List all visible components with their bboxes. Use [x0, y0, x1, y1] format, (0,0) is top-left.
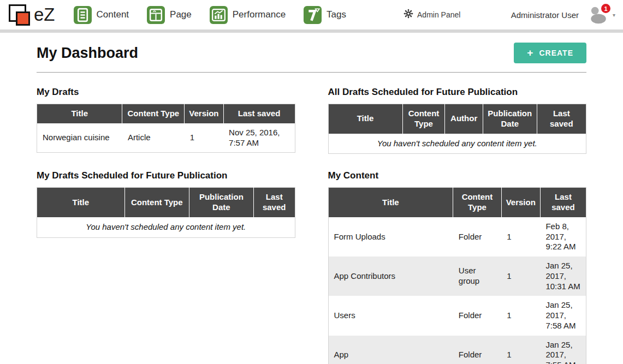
table-cell: Jan 25, 2017, 7:55 AM [540, 336, 586, 364]
column-header: Title [37, 104, 122, 123]
table-row[interactable]: App ContributorsUser group1Jan 25, 2017,… [328, 256, 586, 296]
table-cell: 1 [501, 217, 540, 256]
panel-title-my-drafts: My Drafts [37, 87, 295, 98]
column-header: Publication Date [189, 188, 253, 217]
empty-row: You haven't scheduled any content item y… [37, 217, 295, 237]
gear-icon [404, 9, 413, 21]
table-cell: Form Uploads [328, 217, 453, 256]
ez-logo-icon [8, 2, 33, 27]
table-cell: Jan 25, 2017, 10:31 AM [540, 256, 586, 296]
nav-label-performance: Performance [233, 9, 286, 20]
user-menu[interactable]: Administrator User 1 ▾ [511, 5, 615, 25]
nav-item-content[interactable]: Content [74, 6, 129, 24]
table-cell: Norwegian cuisine [37, 123, 122, 153]
column-header: Content Type [124, 188, 189, 217]
panel-title-my-content: My Content [328, 170, 587, 181]
panel-my-drafts: My Drafts TitleContent TypeVersionLast s… [37, 87, 295, 153]
nav-item-page[interactable]: Page [147, 6, 192, 24]
column-header: Last saved [540, 188, 586, 217]
table-cell: 1 [501, 336, 540, 364]
ez-logo-text: eZ [34, 4, 55, 25]
column-header: Last saved [253, 188, 295, 217]
nav-item-performance[interactable]: Performance [210, 6, 286, 24]
column-header: Content Type [402, 104, 445, 134]
all-drafts-scheduled-table: TitleContent TypeAuthorPublication DateL… [328, 104, 587, 154]
table-row[interactable]: Form UploadsFolder1Feb 8, 2017, 9:22 AM [328, 217, 586, 256]
create-button[interactable]: + CREATE [514, 43, 586, 63]
table-cell: 1 [185, 123, 223, 153]
admin-panel-label: Admin Panel [417, 10, 460, 19]
content-icon [74, 6, 92, 24]
column-header: Last saved [537, 104, 586, 134]
table-cell: 1 [501, 296, 540, 335]
table-row[interactable]: AppFolder1Jan 25, 2017, 7:55 AM [328, 336, 586, 364]
my-drafts-table: TitleContent TypeVersionLast savedNorweg… [37, 104, 295, 153]
table-cell: Jan 25, 2017, 7:58 AM [540, 296, 586, 335]
nav-item-tags[interactable]: Tags [304, 6, 346, 24]
column-header: Publication Date [483, 104, 537, 134]
plus-icon: + [527, 49, 533, 57]
empty-message: You haven't scheduled any content item y… [37, 217, 295, 237]
column-header: Title [37, 188, 125, 217]
column-header: Content Type [453, 188, 501, 217]
nav-label-content: Content [97, 9, 129, 20]
panel-my-drafts-scheduled: My Drafts Scheduled for Future Publicati… [37, 170, 295, 237]
table-row[interactable]: UsersFolder1Jan 25, 2017, 7:58 AM [328, 296, 586, 335]
admin-panel-button[interactable]: Admin Panel [404, 9, 460, 21]
my-drafts-scheduled-table: TitleContent TypePublication DateLast sa… [37, 187, 295, 237]
chevron-down-icon: ▾ [613, 12, 615, 18]
page-icon [147, 6, 165, 24]
panel-all-drafts-scheduled: All Drafts Scheduled for Future Publicat… [328, 87, 587, 154]
panel-title-all-drafts-scheduled: All Drafts Scheduled for Future Publicat… [328, 87, 587, 98]
column-header: Last saved [223, 104, 295, 123]
panel-title-my-drafts-scheduled: My Drafts Scheduled for Future Publicati… [37, 170, 295, 181]
table-cell: Folder [453, 296, 501, 335]
main-nav: Content Page [74, 6, 365, 24]
user-name: Administrator User [511, 10, 579, 20]
table-cell: 1 [501, 256, 540, 296]
empty-message: You haven't scheduled any content item y… [328, 134, 586, 154]
column-header: Content Type [122, 104, 185, 123]
column-header: Version [185, 104, 223, 123]
dashboard-grid: My Drafts TitleContent TypeVersionLast s… [37, 87, 586, 364]
table-cell: Article [122, 123, 185, 153]
column-header: Title [328, 188, 453, 217]
topbar: eZ Content Pa [0, 0, 623, 33]
table-cell: Feb 8, 2017, 9:22 AM [540, 217, 586, 256]
performance-icon [210, 6, 228, 24]
table-row[interactable]: Norwegian cuisineArticle1Nov 25, 2016, 7… [37, 123, 295, 153]
table-cell: Folder [453, 336, 501, 364]
ez-logo[interactable]: eZ [8, 2, 55, 27]
column-header: Author [445, 104, 483, 134]
panel-my-content: My Content TitleContent TypeVersionLast … [328, 170, 587, 364]
table-cell: User group [453, 256, 501, 296]
page-title: My Dashboard [37, 45, 138, 62]
column-header: Version [501, 188, 540, 217]
table-cell: Folder [453, 217, 501, 256]
avatar: 1 [588, 5, 609, 25]
column-header: Title [328, 104, 402, 134]
nav-label-tags: Tags [327, 9, 346, 20]
notification-badge[interactable]: 1 [600, 3, 612, 14]
my-content-table: TitleContent TypeVersionLast savedForm U… [328, 187, 587, 364]
tags-icon [304, 6, 322, 24]
create-button-label: CREATE [539, 49, 573, 57]
nav-label-page: Page [170, 9, 192, 20]
table-cell: App Contributors [328, 256, 453, 296]
page-header: My Dashboard + CREATE [37, 33, 586, 73]
table-cell: Users [328, 296, 453, 335]
main-content: My Dashboard + CREATE My Drafts TitleCon… [0, 33, 623, 364]
table-cell: App [328, 336, 453, 364]
table-cell: Nov 25, 2016, 7:57 AM [223, 123, 295, 153]
empty-row: You haven't scheduled any content item y… [328, 134, 586, 154]
